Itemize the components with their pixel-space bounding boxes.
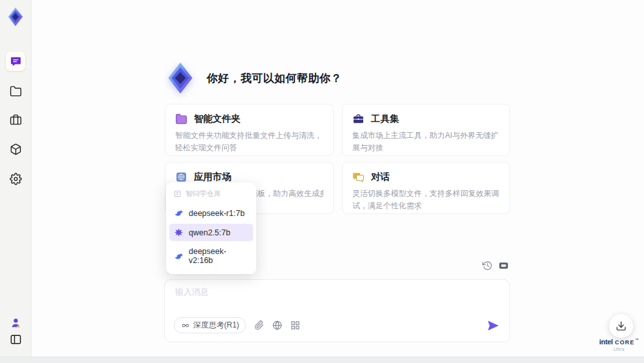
app-logo-icon — [6, 5, 25, 28]
chat-icon — [10, 55, 22, 68]
card-title: 工具集 — [371, 113, 399, 125]
app-window: 你好，我可以如何帮助你？ 智能文件夹 智能文件夹功能支持批量文件上传与清洗，轻松… — [0, 0, 644, 363]
greeting: 你好，我可以如何帮助你？ — [164, 61, 342, 95]
app-market-icon — [175, 171, 187, 183]
model-dropdown-header-label: 智问学仓库 — [185, 189, 221, 199]
deepseek-icon — [174, 251, 184, 261]
deep-think-icon — [181, 321, 190, 330]
video-icon[interactable] — [498, 260, 509, 271]
composer-quick-actions — [482, 260, 509, 271]
cube-icon — [10, 143, 22, 155]
model-option-label: qwen2.5:7b — [189, 228, 231, 237]
card-desc: 智能文件夹功能支持批量文件上传与清洗，轻松实现文件问答 — [175, 130, 323, 154]
deepseek-icon — [174, 208, 184, 218]
model-option-qwen[interactable]: qwen2.5:7b — [169, 224, 253, 241]
panel-toggle-icon — [10, 333, 22, 346]
page-title: 你好，我可以如何帮助你？ — [207, 71, 342, 86]
message-input[interactable] — [175, 286, 497, 313]
intel-tm: ™ — [635, 338, 639, 342]
intel-sub: Ultra — [596, 347, 641, 353]
qwen-icon — [174, 228, 184, 237]
card-smart-folder[interactable]: 智能文件夹 智能文件夹功能支持批量文件上传与清洗，轻松实现文件问答 — [165, 104, 334, 156]
card-title: 智能文件夹 — [194, 113, 241, 125]
card-title: 对话 — [371, 171, 390, 183]
sidebar-item-models[interactable] — [6, 139, 25, 159]
history-icon[interactable] — [482, 260, 493, 271]
model-option-deepseek-v2[interactable]: deepseek-v2:16b — [169, 243, 253, 269]
intel-core-badge: intel CORE™ Ultra — [596, 338, 641, 353]
send-button[interactable] — [487, 319, 500, 332]
sidebar-item-toolbox[interactable] — [6, 110, 25, 129]
attachment-icon[interactable] — [254, 320, 264, 330]
grid-icon[interactable] — [290, 320, 300, 330]
smart-folder-icon — [175, 113, 187, 125]
card-desc: 集成市场上主流工具，助力AI与外界无缝扩展与对接 — [352, 130, 500, 154]
download-button[interactable] — [609, 314, 633, 338]
sidebar-item-folders[interactable] — [6, 81, 25, 101]
card-toolset[interactable]: 工具集 集成市场上主流工具，助力AI与外界无缝扩展与对接 — [342, 104, 510, 156]
sidebar-item-chat[interactable] — [6, 52, 25, 71]
deep-think-label: 深度思考(R1) — [193, 320, 239, 331]
gear-icon — [10, 173, 22, 185]
dialog-icon — [352, 171, 365, 183]
card-dialog[interactable]: 对话 灵活切换多模型文件，支持多样回复效果调试，满足个性化需求 — [342, 162, 510, 214]
deep-think-toggle[interactable]: 深度思考(R1) — [174, 317, 246, 333]
composer-toolbar: 深度思考(R1) — [174, 317, 300, 333]
toolset-icon — [352, 113, 365, 125]
model-option-deepseek-r1[interactable]: deepseek-r1:7b — [169, 204, 253, 222]
repository-icon — [173, 190, 182, 198]
sidebar — [0, 0, 32, 357]
briefcase-icon — [10, 113, 22, 126]
download-icon — [616, 320, 627, 331]
user-icon — [10, 317, 22, 329]
folder-icon — [10, 85, 22, 97]
window-bottom-strip — [0, 357, 644, 363]
model-option-label: deepseek-r1:7b — [189, 209, 245, 218]
card-desc: 灵活切换多模型文件，支持多样回复效果调试，满足个性化需求 — [352, 188, 500, 212]
model-option-label: deepseek-v2:16b — [189, 247, 249, 265]
model-dropdown: 智问学仓库 deepseek-r1:7b qwen2.5:7b deepseek… — [166, 182, 256, 274]
sidebar-item-settings[interactable] — [6, 169, 25, 188]
composer: 深度思考(R1) — [164, 279, 510, 342]
intel-brand: intel — [600, 338, 613, 346]
intel-product: CORE — [615, 339, 635, 346]
model-dropdown-header: 智问学仓库 — [169, 186, 253, 202]
sidebar-item-panel-toggle[interactable] — [6, 329, 25, 349]
globe-icon[interactable] — [272, 320, 282, 330]
assistant-logo-icon — [164, 61, 196, 95]
card-title: 应用市场 — [194, 171, 231, 183]
